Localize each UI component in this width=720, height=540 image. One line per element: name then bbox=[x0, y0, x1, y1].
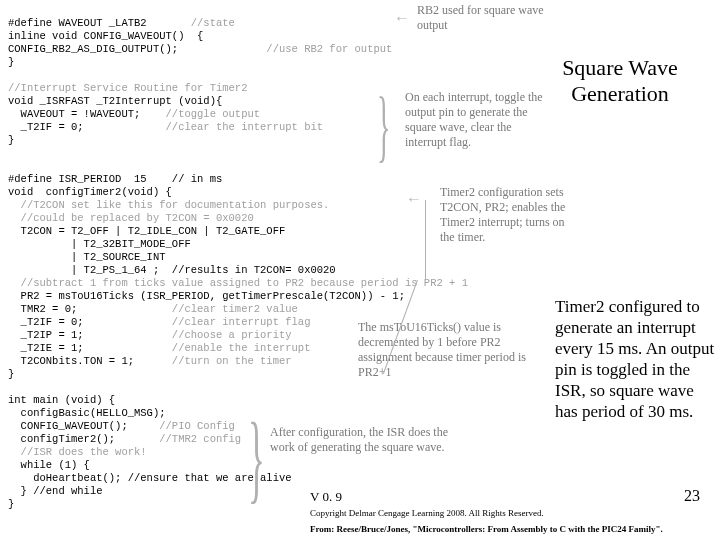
arrow-icon: ← bbox=[394, 9, 410, 27]
code-line: configBasic(HELLO_MSG); bbox=[8, 407, 166, 419]
annot-rb2: RB2 used for square wave output bbox=[417, 3, 547, 33]
code-line: } bbox=[8, 56, 14, 68]
code-line: | T2_PS_1_64 ; //results in T2CON= 0x002… bbox=[8, 264, 336, 276]
code-line: //could be replaced by T2CON = 0x0020 bbox=[8, 212, 254, 224]
code-line: } bbox=[8, 368, 14, 380]
annot-main: After configuration, the ISR does the wo… bbox=[270, 425, 470, 455]
description-paragraph: Timer2 configured to generate an interru… bbox=[555, 296, 715, 422]
annot-isr: On each interrupt, toggle the output pin… bbox=[405, 90, 555, 150]
slide-title: Square Wave Generation bbox=[540, 55, 700, 107]
version-label: V 0. 9 bbox=[310, 489, 342, 505]
code-line: CONFIG_RB2_AS_DIG_OUTPUT(); //use RB2 fo… bbox=[8, 43, 392, 55]
code-line: #define WAVEOUT _LATB2 //state bbox=[8, 17, 235, 29]
source-text: From: Reese/Bruce/Jones, "Microcontrolle… bbox=[310, 524, 663, 534]
code-line: T2CON = T2_OFF | T2_IDLE_CON | T2_GATE_O… bbox=[8, 225, 285, 237]
code-line: T2CONbits.TON = 1; //turn on the timer bbox=[8, 355, 292, 367]
code-line: int main (void) { bbox=[8, 394, 115, 406]
code-line: while (1) { bbox=[8, 459, 90, 471]
annot-t2cfg: Timer2 configuration sets T2CON, PR2; en… bbox=[440, 185, 570, 245]
code-line: WAVEOUT = !WAVEOUT; //toggle output bbox=[8, 108, 260, 120]
code-line: } bbox=[8, 498, 14, 510]
code-line: | T2_32BIT_MODE_OFF bbox=[8, 238, 191, 250]
code-line: } //end while bbox=[8, 485, 103, 497]
code-line: CONFIG_WAVEOUT(); //PIO Config bbox=[8, 420, 235, 432]
slide-page: #define WAVEOUT _LATB2 //state inline vo… bbox=[0, 0, 720, 540]
arrow-icon: ← bbox=[406, 190, 422, 208]
code-line: _T2IP = 1; //choose a priority bbox=[8, 329, 292, 341]
code-line: PR2 = msToU16Ticks (ISR_PERIOD, getTimer… bbox=[8, 290, 405, 302]
code-line: inline void CONFIG_WAVEOUT() { bbox=[8, 30, 203, 42]
callout-line bbox=[425, 200, 426, 280]
code-line: void _ISRFAST _T2Interrupt (void){ bbox=[8, 95, 222, 107]
code-line: //subtract 1 from ticks value assigned t… bbox=[8, 277, 468, 289]
code-line: _T2IF = 0; //clear interrupt flag bbox=[8, 316, 310, 328]
code-line: _T2IF = 0; //clear the interrupt bit bbox=[8, 121, 323, 133]
annot-ticks: The msToU16Ticks() value is decremented … bbox=[358, 320, 543, 380]
page-number: 23 bbox=[684, 487, 700, 505]
code-line: | T2_SOURCE_INT bbox=[8, 251, 166, 263]
code-line: //ISR does the work! bbox=[8, 446, 147, 458]
code-line: TMR2 = 0; //clear timer2 value bbox=[8, 303, 298, 315]
brace-icon: } bbox=[248, 400, 265, 515]
brace-icon: } bbox=[377, 80, 390, 171]
code-line: configTimer2(); //TMR2 config bbox=[8, 433, 241, 445]
code-line: //Interrupt Service Routine for Timer2 bbox=[8, 82, 247, 94]
code-line: _T2IE = 1; //enable the interrupt bbox=[8, 342, 310, 354]
copyright-text: Copyright Delmar Cengage Learning 2008. … bbox=[310, 508, 544, 518]
code-line: void configTimer2(void) { bbox=[8, 186, 172, 198]
code-line: #define ISR_PERIOD 15 // in ms bbox=[8, 173, 222, 185]
code-line: } bbox=[8, 134, 14, 146]
code-line: //T2CON set like this for documentation … bbox=[8, 199, 329, 211]
